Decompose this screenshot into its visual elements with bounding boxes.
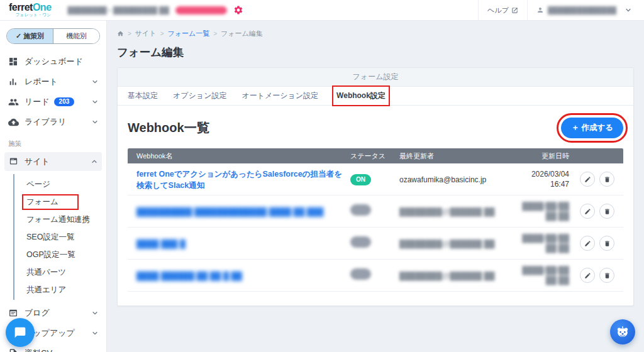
updated-date: 2026/03/04 16:47 <box>508 169 569 189</box>
sidebar: ✓ 施策別 機能別 ダッシュボード レポート リード 203 ライブラリ 施策 … <box>0 21 107 352</box>
mascot-button[interactable] <box>610 319 635 344</box>
status-badge-redacted <box>350 236 371 248</box>
home-icon[interactable] <box>117 30 124 37</box>
table-header: Webhook名 ステータス 最終更新者 更新日時 <box>128 148 623 163</box>
trash-icon <box>604 272 611 279</box>
webhook-panel-body: Webhook一覧 ＋ 作成する Webhook名 ステータス 最終更新者 更新… <box>118 106 633 305</box>
chevron-down-icon <box>625 7 631 13</box>
column-updated-at: 更新日時 <box>508 151 569 161</box>
status-badge-redacted <box>350 204 371 216</box>
tab-automation-settings[interactable]: オートメーション設定 <box>242 91 318 101</box>
webhook-name-link-redacted[interactable]: ████ ███ █ <box>136 239 186 248</box>
status-badge-redacted <box>350 268 371 280</box>
chat-bubble-button[interactable] <box>6 318 35 347</box>
user-icon <box>536 6 544 14</box>
sidebar-item-library[interactable]: ライブラリ <box>0 112 106 132</box>
edit-button[interactable] <box>580 204 595 219</box>
webhook-name-link-redacted[interactable]: ██████████ █████████████ ████ ██ ███ <box>136 207 323 216</box>
chevron-down-icon <box>92 99 98 105</box>
report-icon <box>8 77 19 87</box>
sidebar-subitem-common-area[interactable]: 共通エリア <box>14 281 106 299</box>
tab-option-settings[interactable]: オプション設定 <box>173 91 226 101</box>
webhook-name-link-redacted[interactable]: ████ ██████ ██ ██ █ ██ <box>136 272 242 280</box>
create-webhook-button[interactable]: ＋ 作成する <box>561 118 623 138</box>
settings-tabs: 基本設定 オプション設定 オートメーション設定 Webhook設定 <box>118 87 633 106</box>
help-link[interactable]: ヘルプ <box>478 0 527 20</box>
tab-basic-settings[interactable]: 基本設定 <box>128 91 158 101</box>
settings-gear-icon[interactable] <box>233 5 243 15</box>
updated-date-redacted: ████/██/██ ██:██ <box>508 265 569 285</box>
logo-text-ferret: ferret <box>9 2 33 13</box>
updater-email: ozawafumika@basicinc.jp <box>399 175 486 184</box>
chat-icon <box>14 326 26 339</box>
sidebar-subitem-form-notification[interactable]: フォーム通知連携 <box>14 211 106 228</box>
column-status: ステータス <box>350 151 399 161</box>
external-link-icon <box>511 7 518 14</box>
delete-button[interactable] <box>599 268 614 283</box>
delete-button[interactable] <box>599 204 614 219</box>
column-last-updater: 最終更新者 <box>399 151 508 161</box>
updated-date-redacted: ████/██/██ ██:██ <box>508 233 569 253</box>
pencil-icon <box>584 240 591 247</box>
mascot-ferret-icon <box>615 324 630 339</box>
webhook-name-link[interactable]: ferret OneでアクションがあったらSalesforceの担当者を検索して… <box>136 170 342 190</box>
webhook-table: Webhook名 ステータス 最終更新者 更新日時 ferret Oneでアクシ… <box>128 148 623 292</box>
chevron-down-icon <box>92 79 98 85</box>
delete-button[interactable] <box>599 236 614 251</box>
pencil-icon <box>584 208 591 215</box>
sidebar-subitem-ogp-settings[interactable]: OGP設定一覧 <box>14 246 106 263</box>
site-name-redacted: ████████ ▪ █████████ ██ <box>68 6 169 14</box>
site-submenu: ページ フォーム フォーム通知連携 SEO設定一覧 OGP設定一覧 共通パーツ … <box>13 174 106 300</box>
tab-webhook-settings[interactable]: Webhook設定 <box>333 87 389 105</box>
form-settings-panel: フォーム設定 基本設定 オプション設定 オートメーション設定 Webhook設定… <box>117 67 634 306</box>
blog-icon <box>8 308 19 319</box>
leads-count-badge: 203 <box>54 97 75 106</box>
leads-icon <box>8 97 19 107</box>
sidebar-subitem-form[interactable]: フォーム <box>14 193 106 211</box>
pencil-icon <box>584 176 591 183</box>
sidebar-subitem-common-parts[interactable]: 共通パーツ <box>14 263 106 281</box>
table-row: ████ ██████ ██ ██ █ ██ ████████@██████ █… <box>128 260 623 292</box>
status-badge-on: ON <box>350 174 371 185</box>
user-name-redacted: ██████████████ <box>548 6 616 14</box>
delete-button[interactable] <box>599 172 614 187</box>
sidebar-item-site[interactable]: サイト <box>4 152 102 171</box>
panel-title: フォーム設定 <box>118 68 633 87</box>
sidebar-item-dashboard[interactable]: ダッシュボード <box>0 52 106 72</box>
edit-button[interactable] <box>580 268 595 283</box>
table-row: ██████████ █████████████ ████ ██ ███ ███… <box>128 195 623 228</box>
page-title: フォーム編集 <box>117 45 634 60</box>
sidebar-item-report[interactable]: レポート <box>0 72 106 92</box>
dashboard-icon <box>8 57 19 67</box>
chevron-up-icon <box>91 158 97 165</box>
webhook-list-title: Webhook一覧 <box>128 119 209 136</box>
sidebar-subitem-seo-settings[interactable]: SEO設定一覧 <box>14 228 106 246</box>
breadcrumb-current: フォーム編集 <box>221 29 263 38</box>
logo-text-one: One <box>33 2 52 13</box>
top-bar: ferretOne フェレット・ワン ████████ ▪ █████████ … <box>0 0 644 21</box>
updated-date-redacted: ████/██/██ ██:██ <box>508 201 569 221</box>
user-menu[interactable]: ██████████████ <box>527 0 635 20</box>
chevron-down-icon <box>92 310 98 316</box>
help-label: ヘルプ <box>487 6 509 15</box>
toggle-by-strategy[interactable]: ✓ 施策別 <box>7 29 53 43</box>
sidebar-item-leads[interactable]: リード 203 <box>0 92 106 112</box>
edit-button[interactable] <box>580 172 595 187</box>
check-icon: ✓ <box>16 32 21 40</box>
chevron-down-icon <box>92 330 98 336</box>
edit-button[interactable] <box>580 236 595 251</box>
library-icon <box>8 117 19 128</box>
updater-email-redacted: ████████@██████ ██ <box>399 207 495 216</box>
updater-email-redacted: ████████@██████ ██ <box>399 272 495 280</box>
breadcrumb-site[interactable]: サイト <box>135 29 157 38</box>
main-content: > サイト > フォーム一覧 > フォーム編集 フォーム編集 フォーム設定 基本… <box>107 21 644 352</box>
pencil-icon <box>584 272 591 279</box>
plan-badge-redacted: █████ ████ <box>175 6 228 14</box>
red-annotation-form: フォーム <box>23 195 77 209</box>
sidebar-subitem-page[interactable]: ページ <box>14 175 106 193</box>
updater-email-redacted: ████████@██████ ██ <box>399 239 495 248</box>
breadcrumb-form-list[interactable]: フォーム一覧 <box>167 29 209 38</box>
site-icon <box>9 157 19 167</box>
toggle-by-function[interactable]: 機能別 <box>53 29 99 43</box>
table-row: ferret OneでアクションがあったらSalesforceの担当者を検索して… <box>128 163 623 195</box>
